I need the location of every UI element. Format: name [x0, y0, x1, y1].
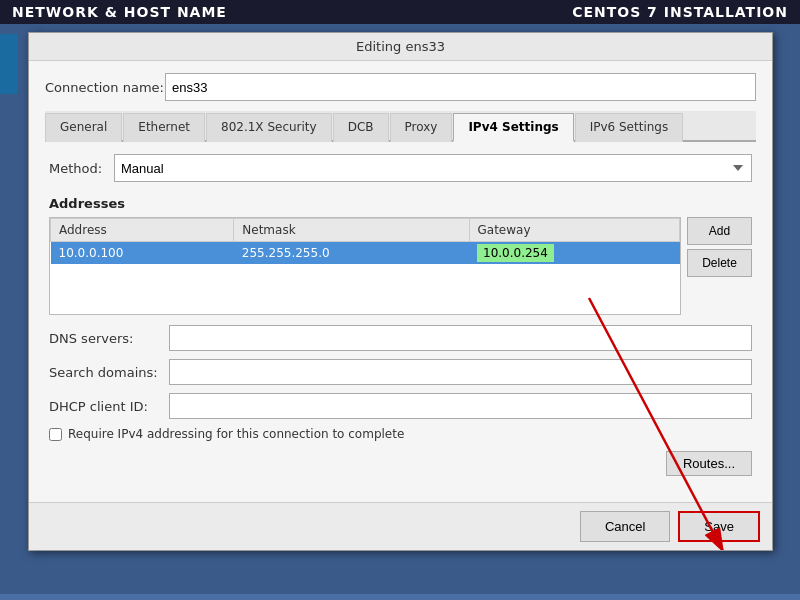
- cancel-button[interactable]: Cancel: [580, 511, 670, 542]
- tab-ipv6[interactable]: IPv6 Settings: [575, 113, 684, 142]
- save-button[interactable]: Save: [678, 511, 760, 542]
- ipv4-require-checkbox[interactable]: [49, 428, 62, 441]
- dhcp-label: DHCP client ID:: [49, 399, 169, 414]
- tab-8021x[interactable]: 802.1X Security: [206, 113, 332, 142]
- editing-dialog: Editing ens33 Connection name: General E…: [28, 32, 773, 551]
- tab-content-ipv4: Method: Manual Addresses Address Netm: [45, 154, 756, 476]
- top-bar: NETWORK & HOST NAME CENTOS 7 INSTALLATIO…: [0, 0, 800, 24]
- tab-ethernet[interactable]: Ethernet: [123, 113, 205, 142]
- routes-row: Routes...: [49, 451, 752, 476]
- addresses-area: Address Netmask Gateway 10.0.0.100 255.2…: [49, 217, 752, 315]
- dns-row: DNS servers:: [49, 325, 752, 351]
- method-select[interactable]: Manual: [114, 154, 752, 182]
- ipv4-require-label: Require IPv4 addressing for this connect…: [68, 427, 404, 441]
- col-gateway: Gateway: [469, 219, 680, 242]
- tab-dcb[interactable]: DCB: [333, 113, 389, 142]
- dns-label: DNS servers:: [49, 331, 169, 346]
- checkbox-row: Require IPv4 addressing for this connect…: [49, 427, 752, 441]
- addresses-table-wrap: Address Netmask Gateway 10.0.0.100 255.2…: [49, 217, 681, 315]
- cell-gateway: 10.0.0.254: [469, 242, 680, 265]
- conn-name-label: Connection name:: [45, 80, 165, 95]
- addresses-table: Address Netmask Gateway 10.0.0.100 255.2…: [50, 218, 680, 314]
- search-label: Search domains:: [49, 365, 169, 380]
- dialog-footer: Cancel Save: [29, 502, 772, 550]
- dialog-body: Connection name: General Ethernet 802.1X…: [29, 61, 772, 502]
- dns-input[interactable]: [169, 325, 752, 351]
- cell-netmask: 255.255.255.0: [234, 242, 469, 265]
- addresses-title: Addresses: [49, 196, 752, 211]
- add-button[interactable]: Add: [687, 217, 752, 245]
- col-address: Address: [51, 219, 234, 242]
- side-indicator: [0, 34, 18, 94]
- dialog-titlebar: Editing ens33: [29, 33, 772, 61]
- tab-proxy[interactable]: Proxy: [390, 113, 453, 142]
- method-row: Method: Manual: [49, 154, 752, 182]
- dhcp-row: DHCP client ID:: [49, 393, 752, 419]
- empty-row: [51, 264, 680, 314]
- routes-button[interactable]: Routes...: [666, 451, 752, 476]
- method-label: Method:: [49, 161, 114, 176]
- addr-buttons: Add Delete: [687, 217, 752, 315]
- conn-name-input[interactable]: [165, 73, 756, 101]
- tab-general[interactable]: General: [45, 113, 122, 142]
- cell-address: 10.0.0.100: [51, 242, 234, 265]
- background-area: Editing ens33 Connection name: General E…: [0, 24, 800, 594]
- app-title-right: CENTOS 7 INSTALLATION: [572, 4, 788, 20]
- tabs-bar: General Ethernet 802.1X Security DCB Pro…: [45, 111, 756, 142]
- table-row[interactable]: 10.0.0.100 255.255.255.0 10.0.0.254: [51, 242, 680, 265]
- search-input[interactable]: [169, 359, 752, 385]
- col-netmask: Netmask: [234, 219, 469, 242]
- conn-name-row: Connection name:: [45, 73, 756, 101]
- tab-ipv4[interactable]: IPv4 Settings: [453, 113, 573, 142]
- delete-button[interactable]: Delete: [687, 249, 752, 277]
- app-title-left: NETWORK & HOST NAME: [12, 4, 227, 20]
- dialog-title: Editing ens33: [356, 39, 445, 54]
- gateway-value[interactable]: 10.0.0.254: [477, 244, 554, 262]
- search-row: Search domains:: [49, 359, 752, 385]
- dhcp-input[interactable]: [169, 393, 752, 419]
